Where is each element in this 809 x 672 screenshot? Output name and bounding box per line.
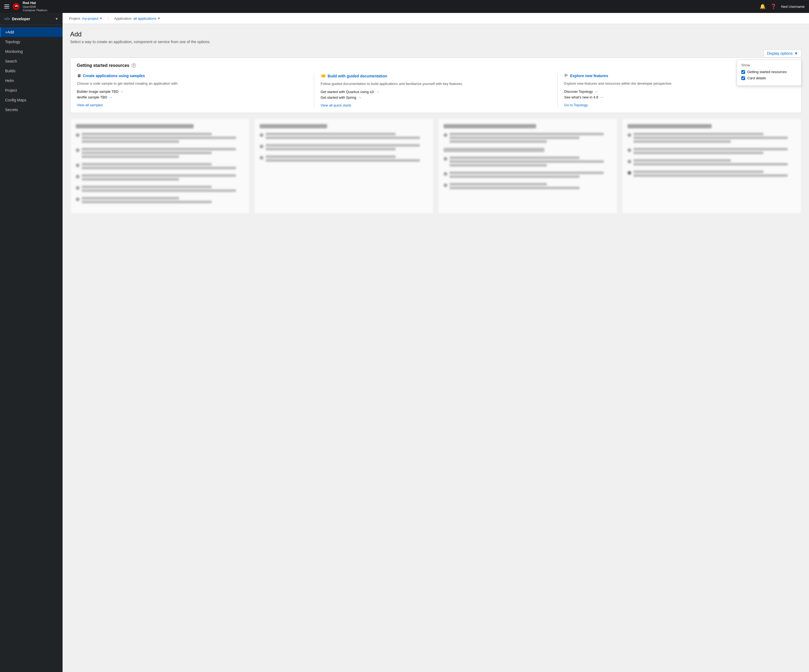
getting-started-help-icon[interactable]: ? [132,63,136,68]
guided-link-1[interactable]: Get started with Quarkus using s2i → [321,90,551,94]
brand-subline2: Container Platform [23,8,47,12]
page-content-area: Add Select a way to create an applicatio… [62,24,809,220]
sidebar-item-topology-label: Topology [5,40,20,44]
gs-column-guided: 🤝 Build with guided documentation Follow… [321,73,551,108]
getting-started-columns: 🖥 Create applications using samples Choo… [77,73,795,108]
sidebar-item-helm[interactable]: Helm [0,76,62,86]
sidebar: </> Developer ▼ +Add Topology Monitoring… [0,13,62,672]
main-content: Project: my-project ▼ | Application: all… [62,13,809,672]
explore-icon: 🏳 [564,73,569,78]
top-navigation: Red Hat OpenShift Container Platform 🔔 ❓… [0,0,809,13]
display-options-label: Display options [767,51,792,55]
sidebar-item-builds-label: Builds [5,69,15,73]
application-label: Application: [114,17,132,20]
brand-text: Red Hat OpenShift Container Platform [23,1,47,12]
sidebar-nav: +Add Topology Monitoring Search Builds H… [0,25,62,117]
sidebar-item-search-label: Search [5,59,17,63]
view-all-quickstarts-link[interactable]: View all quick starts [321,103,351,108]
getting-started-title-text: Getting started resources [77,63,129,68]
header-separator: | [108,16,109,20]
display-options-dropdown: Show Getting started resources Card deta… [737,60,801,86]
developer-icon: </> [4,17,10,21]
blurred-card-3[interactable] [438,118,618,214]
samples-link-1-arrow: → [120,89,124,94]
explore-link-2[interactable]: See what's new in 4.8 → [564,95,795,99]
cards-grid [70,118,801,214]
sidebar-item-secrets-label: Secrets [5,108,18,112]
sidebar-item-secrets[interactable]: Secrets [0,105,62,114]
redhat-logo-icon [12,3,20,10]
notifications-icon[interactable]: 🔔 [760,3,765,9]
explore-title[interactable]: Explore new features [570,74,608,78]
samples-desc: Choose a code sample to get started crea… [77,81,307,86]
sidebar-developer-switcher[interactable]: </> Developer ▼ [0,13,62,25]
project-label: Project: [69,17,81,20]
card-details-checkbox-row[interactable]: Card details [741,76,797,80]
page-title: Add [70,30,801,38]
gs-guided-header: 🤝 Build with guided documentation [321,73,551,79]
samples-link-2[interactable]: devfile sample TBD → [77,95,307,99]
gs-column-samples: 🖥 Create applications using samples Choo… [77,73,307,108]
display-options-button[interactable]: Display options ▼ [764,49,801,57]
go-to-topology-link[interactable]: Go to Topology [564,103,587,107]
gs-samples-header: 🖥 Create applications using samples [77,73,307,78]
card-details-checkbox-label: Card details [747,76,766,80]
guided-link-1-arrow: → [376,90,379,94]
explore-link-1-arrow: → [594,89,598,94]
guided-title[interactable]: Build with guided documentation [327,74,387,78]
explore-link-1[interactable]: Discover Topology → [564,89,795,94]
guided-link-2-label: Get started with Spring [321,96,356,99]
user-name[interactable]: Ned Username [781,5,805,8]
card-details-checkbox[interactable] [741,76,745,80]
body-layout: </> Developer ▼ +Add Topology Monitoring… [0,13,809,672]
samples-link-2-label: devfile sample TBD [77,95,107,99]
sidebar-role-label: Developer [12,17,53,21]
getting-started-title: Getting started resources ? [77,63,795,68]
column-divider-2 [557,73,558,108]
blurred-card-4[interactable] [622,118,801,214]
samples-link-2-arrow: → [109,95,112,99]
explore-link-2-arrow: → [600,95,603,99]
application-selector[interactable]: Application: all applications ▼ [114,17,160,20]
view-all-samples-link[interactable]: View all samples [77,103,103,107]
hamburger-menu[interactable] [4,5,9,8]
guided-link-1-label: Get started with Quarkus using s2i [321,90,374,94]
application-value: all applications [133,17,156,20]
project-selector[interactable]: Project: my-project ▼ [69,17,102,20]
brand-subline1: OpenShift [23,5,47,8]
blurred-card-2[interactable] [254,118,434,214]
header-bar: Project: my-project ▼ | Application: all… [62,13,809,24]
sidebar-item-configmaps-label: Config Maps [5,98,27,102]
sidebar-item-search[interactable]: Search [0,56,62,66]
guided-icon: 🤝 [321,73,326,79]
nav-icons: 🔔 ❓ Ned Username [760,3,805,9]
project-caret-icon: ▼ [99,17,102,20]
brand-name: Red Hat [23,1,47,5]
help-icon[interactable]: ❓ [770,3,776,9]
sidebar-caret-icon: ▼ [55,17,58,21]
getting-started-card: Getting started resources ? 🖥 Create app… [70,57,801,113]
sidebar-item-project-label: Project [5,88,17,92]
sidebar-item-monitoring[interactable]: Monitoring [0,47,62,56]
sidebar-item-configmaps[interactable]: Config Maps [0,95,62,105]
getting-started-checkbox[interactable] [741,70,745,74]
blurred-card-1[interactable] [70,118,250,214]
samples-icon: 🖥 [77,73,81,78]
application-caret-icon: ▼ [158,17,160,20]
samples-link-1[interactable]: Builder image sample TBD → [77,89,307,94]
guided-link-2-arrow: → [358,96,361,99]
sidebar-item-project[interactable]: Project [0,86,62,95]
sidebar-item-add[interactable]: +Add [0,27,62,37]
samples-link-1-label: Builder image sample TBD [77,89,118,94]
sidebar-item-monitoring-label: Monitoring [5,49,23,54]
sidebar-item-topology[interactable]: Topology [0,37,62,47]
samples-title[interactable]: Create applications using samples [83,74,145,78]
sidebar-item-add-label: +Add [5,30,14,34]
display-options-caret-icon: ▼ [794,51,798,55]
brand-logo: Red Hat OpenShift Container Platform [12,1,47,12]
guided-link-2[interactable]: Get started with Spring → [321,96,551,99]
explore-link-1-label: Discover Topology [564,89,593,94]
display-options-bar: Display options ▼ Show Getting started r… [70,49,801,57]
getting-started-checkbox-row[interactable]: Getting started resources [741,70,797,74]
sidebar-item-builds[interactable]: Builds [0,66,62,76]
